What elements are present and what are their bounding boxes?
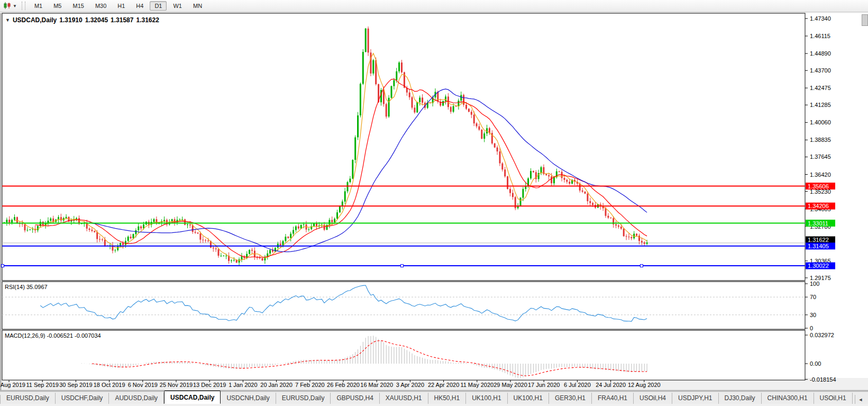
tab-hk50-h1[interactable]: HK50,H1 xyxy=(428,393,467,404)
candle-body xyxy=(184,219,186,224)
symbol-dropdown-caret-icon[interactable]: ▼ xyxy=(5,17,10,23)
toolbar-grip[interactable] xyxy=(22,2,25,10)
tab-uk100-h1[interactable]: UK100,H1 xyxy=(466,393,507,404)
timeframe-button-m30[interactable]: M30 xyxy=(90,1,111,11)
tab-uk100-h1[interactable]: UK100,H1 xyxy=(508,393,549,404)
candle-body xyxy=(246,254,248,258)
candle-body xyxy=(6,220,7,222)
candle-body xyxy=(120,243,121,247)
candle-body xyxy=(63,218,65,221)
candle-body xyxy=(37,226,39,230)
timeframe-button-m1[interactable]: M1 xyxy=(30,1,47,11)
rsi-tick-label: 0 xyxy=(810,325,813,331)
price-axis-gutter xyxy=(805,13,868,378)
candle-body xyxy=(641,241,643,242)
candle-body xyxy=(347,182,349,191)
candle-body xyxy=(494,143,496,148)
tab-scroll-right-button[interactable]: ► xyxy=(866,396,868,403)
candle-body xyxy=(491,133,493,143)
hline-handle[interactable] xyxy=(641,265,643,267)
tab-audusd-daily[interactable]: AUDUSD,Daily xyxy=(109,393,164,404)
hline-price-badge xyxy=(806,183,835,190)
tab-china300-h1[interactable]: CHINA300,H1 xyxy=(762,393,814,404)
tab-eurusd-daily[interactable]: EURUSD,Daily xyxy=(1,393,56,404)
candle-body xyxy=(269,250,271,254)
timeframe-button-h4[interactable]: H4 xyxy=(131,1,148,11)
tab-eurusd-daily[interactable]: EURUSD,Daily xyxy=(276,393,331,404)
candle-body xyxy=(151,222,152,224)
candle-body xyxy=(68,217,70,222)
scrollbar-thumb[interactable] xyxy=(862,14,868,26)
candle-body xyxy=(324,225,325,230)
tab-usdcad-daily[interactable]: USDCAD,Daily xyxy=(164,391,221,404)
timeframe-button-m15[interactable]: M15 xyxy=(68,1,88,11)
candle-body xyxy=(440,102,441,106)
candle-body xyxy=(623,229,625,236)
hline-handle[interactable] xyxy=(401,265,404,267)
timeframe-button-h1[interactable]: H1 xyxy=(113,1,130,11)
timeframe-button-m5[interactable]: M5 xyxy=(49,1,66,11)
candle-body xyxy=(70,220,72,221)
candle-body xyxy=(104,240,106,246)
candle-body xyxy=(199,233,201,240)
tab-ger30-h1[interactable]: GER30,H1 xyxy=(549,393,592,404)
price-tick-label: 1.47340 xyxy=(810,15,831,22)
candle-body xyxy=(40,222,41,226)
candle-body xyxy=(383,90,385,104)
date-label: 30 Sep 2019 xyxy=(59,382,92,388)
candle-body xyxy=(577,182,578,184)
date-label: 11 Sep 2019 xyxy=(26,382,59,388)
tab-xauusd-h1[interactable]: XAUUSD,H1 xyxy=(380,393,428,404)
candle-body xyxy=(430,103,431,103)
candle-body xyxy=(644,242,645,244)
candle-body xyxy=(293,230,294,234)
candle-body xyxy=(45,223,47,225)
candle-body xyxy=(4,222,5,223)
candle-body xyxy=(468,109,470,112)
date-label: 16 Mar 2020 xyxy=(360,382,393,388)
tab-gbpusd-h4[interactable]: GBPUSD,H4 xyxy=(331,393,379,404)
candle-body xyxy=(646,242,648,244)
tab-dj30-daily[interactable]: DJ30,Daily xyxy=(719,393,762,404)
tab-fra40-h1[interactable]: FRA40,H1 xyxy=(592,393,634,404)
tab-scroll-left-button[interactable]: ◄ xyxy=(855,396,866,403)
date-label: 12 Aug 2020 xyxy=(628,382,661,388)
date-label: 1 Jan 2020 xyxy=(229,382,257,388)
candle-body xyxy=(471,112,472,115)
chart-tool-button[interactable]: ▼ xyxy=(2,1,19,11)
tab-usdcnh-daily[interactable]: USDCNH,Daily xyxy=(221,393,276,404)
ohlc-open: 1.31910 xyxy=(59,16,82,24)
tab-usdchf-daily[interactable]: USDCHF,Daily xyxy=(56,393,109,404)
tab-usoil-h4[interactable]: USOil,H4 xyxy=(634,393,672,404)
candle-body xyxy=(202,240,204,240)
current-price-badge-label: 1.31622 xyxy=(808,237,829,243)
candle-body xyxy=(223,256,224,256)
date-label: 22 Apr 2020 xyxy=(428,382,459,388)
date-label: 20 Jan 2020 xyxy=(260,382,293,388)
price-tick-label: 1.42475 xyxy=(810,85,831,91)
candle-body xyxy=(605,208,607,215)
candle-body xyxy=(303,224,305,225)
price-tick-label: 1.44890 xyxy=(810,50,831,57)
timeframe-button-w1[interactable]: W1 xyxy=(168,1,187,11)
candle-body xyxy=(460,95,462,101)
candle-body xyxy=(414,107,415,112)
candle-body xyxy=(52,219,54,222)
candle-body xyxy=(548,175,550,176)
candle-body xyxy=(372,60,374,74)
candle-body xyxy=(298,227,299,229)
candle-body xyxy=(318,225,320,226)
candle-body xyxy=(259,258,261,258)
candle-body xyxy=(473,115,475,123)
tab-usdjpy-h1[interactable]: USDJPY,H1 xyxy=(672,393,718,404)
tab-usoil-h1[interactable]: USOil,H1 xyxy=(814,393,853,404)
macd-tick-label: -0.018154 xyxy=(810,376,836,383)
candle-body xyxy=(280,243,281,245)
candle-body xyxy=(195,232,196,233)
timeframe-button-d1[interactable]: D1 xyxy=(150,1,167,11)
timeframe-button-mn[interactable]: MN xyxy=(188,1,207,11)
hline-handle[interactable] xyxy=(2,265,4,267)
price-panel xyxy=(2,13,805,281)
candle-body xyxy=(220,256,222,256)
date-label: 11 May 2020 xyxy=(460,382,494,388)
